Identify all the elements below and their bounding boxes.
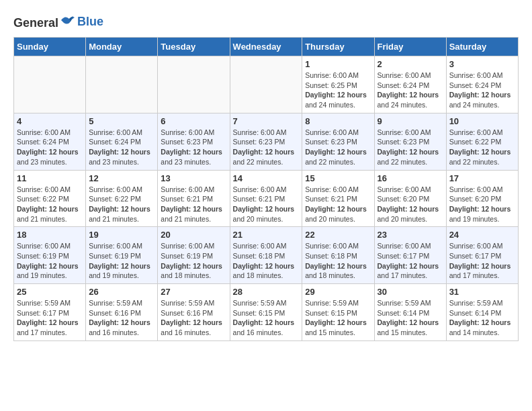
day-info: Sunrise: 6:00 AMSunset: 6:25 PMDaylight:… [305, 71, 371, 110]
day-number: 9 [378, 116, 443, 126]
calendar-cell: 10Sunrise: 6:00 AMSunset: 6:22 PMDayligh… [446, 113, 518, 170]
calendar-cell: 9Sunrise: 6:00 AMSunset: 6:23 PMDaylight… [374, 113, 446, 170]
weekday-header-sunday: Sunday [14, 38, 86, 56]
day-info: Sunrise: 6:00 AMSunset: 6:24 PMDaylight:… [89, 128, 154, 167]
calendar-cell [230, 56, 302, 113]
calendar-cell: 31Sunrise: 5:59 AMSunset: 6:14 PMDayligh… [446, 284, 518, 341]
calendar-cell [86, 56, 158, 113]
day-info: Sunrise: 6:00 AMSunset: 6:19 PMDaylight:… [161, 241, 226, 281]
calendar-cell [14, 56, 86, 113]
day-number: 18 [17, 230, 83, 240]
day-info: Sunrise: 6:00 AMSunset: 6:18 PMDaylight:… [305, 241, 371, 281]
logo-blue-label: Blue [77, 15, 103, 29]
calendar-cell: 30Sunrise: 5:59 AMSunset: 6:14 PMDayligh… [374, 284, 446, 341]
calendar-week-row: 18Sunrise: 6:00 AMSunset: 6:19 PMDayligh… [14, 227, 519, 284]
calendar-cell: 27Sunrise: 5:59 AMSunset: 6:16 PMDayligh… [158, 284, 230, 341]
weekday-header-saturday: Saturday [446, 38, 518, 56]
day-number: 11 [17, 173, 83, 183]
day-info: Sunrise: 6:00 AMSunset: 6:17 PMDaylight:… [449, 241, 515, 281]
day-number: 6 [161, 116, 226, 126]
day-number: 29 [305, 287, 371, 297]
calendar-cell: 6Sunrise: 6:00 AMSunset: 6:23 PMDaylight… [158, 113, 230, 170]
calendar-cell: 22Sunrise: 6:00 AMSunset: 6:18 PMDayligh… [302, 227, 374, 284]
day-info: Sunrise: 5:59 AMSunset: 6:15 PMDaylight:… [305, 298, 371, 338]
weekday-header-friday: Friday [374, 38, 446, 56]
day-number: 27 [161, 287, 226, 297]
day-number: 2 [378, 59, 443, 69]
weekday-header-thursday: Thursday [302, 38, 374, 56]
calendar-week-row: 4Sunrise: 6:00 AMSunset: 6:24 PMDaylight… [14, 113, 519, 170]
day-info: Sunrise: 6:00 AMSunset: 6:23 PMDaylight:… [378, 128, 443, 167]
day-info: Sunrise: 6:00 AMSunset: 6:20 PMDaylight:… [378, 185, 443, 224]
day-number: 5 [89, 116, 154, 126]
day-number: 4 [17, 116, 83, 126]
day-info: Sunrise: 6:00 AMSunset: 6:19 PMDaylight:… [89, 241, 154, 281]
calendar-cell: 1Sunrise: 6:00 AMSunset: 6:25 PMDaylight… [302, 56, 374, 113]
calendar-cell: 16Sunrise: 6:00 AMSunset: 6:20 PMDayligh… [374, 170, 446, 227]
day-number: 20 [161, 230, 226, 240]
calendar-cell [158, 56, 230, 113]
day-number: 23 [378, 230, 443, 240]
day-info: Sunrise: 5:59 AMSunset: 6:15 PMDaylight:… [233, 298, 300, 338]
day-info: Sunrise: 5:59 AMSunset: 6:17 PMDaylight:… [17, 298, 83, 338]
calendar-week-row: 1Sunrise: 6:00 AMSunset: 6:25 PMDaylight… [14, 56, 519, 113]
day-info: Sunrise: 5:59 AMSunset: 6:14 PMDaylight:… [378, 298, 443, 338]
calendar-cell: 11Sunrise: 6:00 AMSunset: 6:22 PMDayligh… [14, 170, 86, 227]
day-number: 7 [233, 116, 300, 126]
calendar-cell: 7Sunrise: 6:00 AMSunset: 6:23 PMDaylight… [230, 113, 302, 170]
day-number: 22 [305, 230, 371, 240]
day-info: Sunrise: 6:00 AMSunset: 6:23 PMDaylight:… [161, 128, 226, 167]
logo-general-label: General [13, 16, 58, 30]
weekday-header-tuesday: Tuesday [158, 38, 230, 56]
calendar-week-row: 11Sunrise: 6:00 AMSunset: 6:22 PMDayligh… [14, 170, 519, 227]
day-info: Sunrise: 6:00 AMSunset: 6:21 PMDaylight:… [161, 185, 226, 224]
day-info: Sunrise: 6:00 AMSunset: 6:24 PMDaylight:… [449, 71, 515, 110]
day-info: Sunrise: 6:00 AMSunset: 6:18 PMDaylight:… [233, 241, 300, 281]
calendar-cell: 19Sunrise: 6:00 AMSunset: 6:19 PMDayligh… [86, 227, 158, 284]
day-number: 17 [449, 173, 515, 183]
calendar-cell: 3Sunrise: 6:00 AMSunset: 6:24 PMDaylight… [446, 56, 518, 113]
day-number: 21 [233, 230, 300, 240]
day-number: 25 [17, 287, 83, 297]
day-number: 30 [378, 287, 443, 297]
day-info: Sunrise: 6:00 AMSunset: 6:17 PMDaylight:… [378, 241, 443, 281]
day-info: Sunrise: 6:00 AMSunset: 6:22 PMDaylight:… [449, 128, 515, 167]
day-number: 24 [449, 230, 515, 240]
day-number: 31 [449, 287, 515, 297]
day-info: Sunrise: 6:00 AMSunset: 6:24 PMDaylight:… [17, 128, 83, 167]
day-info: Sunrise: 6:00 AMSunset: 6:22 PMDaylight:… [17, 185, 83, 224]
logo: General Blue [13, 13, 103, 30]
day-number: 13 [161, 173, 226, 183]
calendar-cell: 4Sunrise: 6:00 AMSunset: 6:24 PMDaylight… [14, 113, 86, 170]
page-header: General Blue [13, 13, 519, 30]
calendar-cell: 18Sunrise: 6:00 AMSunset: 6:19 PMDayligh… [14, 227, 86, 284]
calendar-cell: 13Sunrise: 6:00 AMSunset: 6:21 PMDayligh… [158, 170, 230, 227]
day-info: Sunrise: 6:00 AMSunset: 6:24 PMDaylight:… [378, 71, 443, 110]
day-info: Sunrise: 6:00 AMSunset: 6:22 PMDaylight:… [89, 185, 154, 224]
day-info: Sunrise: 5:59 AMSunset: 6:16 PMDaylight:… [161, 298, 226, 338]
day-number: 26 [89, 287, 154, 297]
calendar-cell: 5Sunrise: 6:00 AMSunset: 6:24 PMDaylight… [86, 113, 158, 170]
calendar-table: SundayMondayTuesdayWednesdayThursdayFrid… [13, 37, 519, 341]
day-number: 16 [378, 173, 443, 183]
calendar-cell: 15Sunrise: 6:00 AMSunset: 6:21 PMDayligh… [302, 170, 374, 227]
logo-bird-icon [60, 13, 76, 27]
calendar-cell: 2Sunrise: 6:00 AMSunset: 6:24 PMDaylight… [374, 56, 446, 113]
day-number: 12 [89, 173, 154, 183]
calendar-cell: 14Sunrise: 6:00 AMSunset: 6:21 PMDayligh… [230, 170, 302, 227]
calendar-cell: 20Sunrise: 6:00 AMSunset: 6:19 PMDayligh… [158, 227, 230, 284]
day-info: Sunrise: 5:59 AMSunset: 6:14 PMDaylight:… [449, 298, 515, 338]
calendar-cell: 29Sunrise: 5:59 AMSunset: 6:15 PMDayligh… [302, 284, 374, 341]
weekday-header-monday: Monday [86, 38, 158, 56]
weekday-header-wednesday: Wednesday [230, 38, 302, 56]
day-number: 15 [305, 173, 371, 183]
day-info: Sunrise: 6:00 AMSunset: 6:21 PMDaylight:… [305, 185, 371, 224]
day-info: Sunrise: 6:00 AMSunset: 6:19 PMDaylight:… [17, 241, 83, 281]
calendar-cell: 26Sunrise: 5:59 AMSunset: 6:16 PMDayligh… [86, 284, 158, 341]
logo-general-text: General [13, 13, 76, 30]
day-info: Sunrise: 6:00 AMSunset: 6:23 PMDaylight:… [305, 128, 371, 167]
day-number: 8 [305, 116, 371, 126]
day-info: Sunrise: 6:00 AMSunset: 6:23 PMDaylight:… [233, 128, 300, 167]
calendar-cell: 23Sunrise: 6:00 AMSunset: 6:17 PMDayligh… [374, 227, 446, 284]
calendar-cell: 25Sunrise: 5:59 AMSunset: 6:17 PMDayligh… [14, 284, 86, 341]
